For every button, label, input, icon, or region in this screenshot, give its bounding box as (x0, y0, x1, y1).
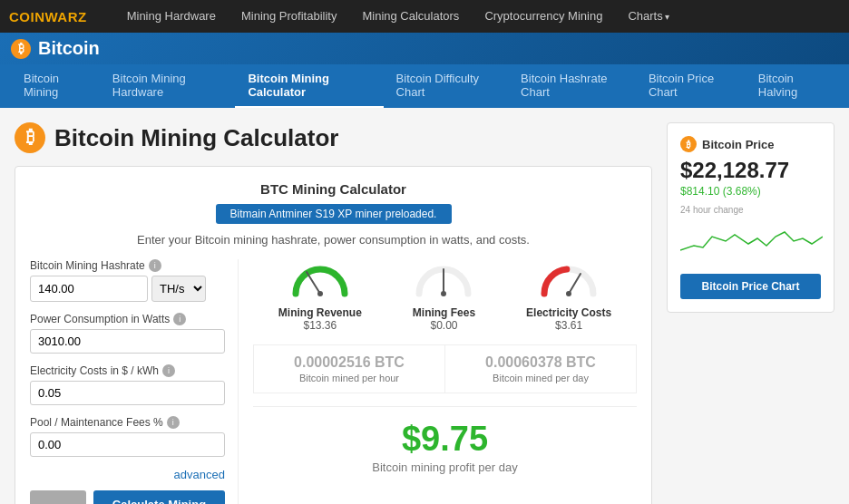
electricity-info-icon[interactable]: i (162, 364, 175, 377)
nav-mining-hardware[interactable]: Mining Hardware (114, 0, 229, 34)
btc-per-day-desc: Bitcoin mined per day (454, 373, 627, 383)
calculator-title: Bitcoin Mining Calculator (54, 124, 338, 152)
electricity-input[interactable] (30, 381, 225, 405)
subnav-bitcoin-mining[interactable]: Bitcoin Mining (11, 64, 100, 108)
fees-gauge-value: $0.00 (412, 319, 475, 332)
right-panel: ₿ Bitcoin Price $22,128.77 $814.10 (3.68… (667, 122, 834, 504)
fees-gauge-svg (412, 259, 475, 300)
electricity-gauge-value: $3.61 (526, 319, 611, 332)
reset-button[interactable]: Reset (30, 490, 86, 504)
electricity-costs-gauge: Electricity Costs $3.61 (526, 259, 611, 332)
revenue-gauge-value: $13.36 (278, 319, 362, 332)
nav-mining-profitability[interactable]: Mining Profitability (229, 0, 350, 34)
nav-charts[interactable]: Charts (615, 0, 682, 34)
subnav-bitcoin-price-chart[interactable]: Bitcoin Price Chart (636, 64, 746, 108)
hashrate-label: Bitcoin Mining Hashrate i (30, 259, 225, 272)
calc-box-title: BTC Mining Calculator (30, 181, 637, 197)
bitcoin-price-card: ₿ Bitcoin Price $22,128.77 $814.10 (3.68… (667, 122, 834, 313)
subnav-bitcoin-halving[interactable]: Bitcoin Halving (746, 64, 838, 108)
price-chart-label: 24 hour change (680, 205, 821, 215)
bitcoin-icon: ₿ (11, 39, 31, 59)
btc-per-hour-desc: Bitcoin mined per hour (263, 373, 435, 383)
hashrate-info-icon[interactable]: i (149, 259, 161, 272)
top-nav-links: Mining Hardware Mining Profitability Min… (114, 0, 683, 34)
price-chart-area: 24 hour change (680, 205, 821, 267)
top-nav: COINWARZ Mining Hardware Mining Profitab… (0, 0, 849, 33)
bitcoin-bar-title: Bitcoin (38, 38, 100, 59)
nav-cryptocurrency-mining[interactable]: Cryptocurrency Mining (472, 0, 615, 34)
logo-suffix: WARZ (45, 9, 87, 24)
electricity-label: Electricity Costs in $ / kWh i (30, 364, 225, 377)
mining-revenue-gauge: Mining Revenue $13.36 (278, 259, 362, 332)
power-input[interactable] (30, 329, 225, 354)
pool-input[interactable] (30, 432, 225, 457)
price-sparkline-chart (680, 218, 823, 264)
pool-group: Pool / Maintenance Fees % i (30, 416, 225, 457)
power-group: Power Consumption in Watts i (30, 313, 225, 354)
btc-per-day-amount: 0.00060378 BTC (454, 354, 627, 371)
logo-prefix: COIN (9, 9, 45, 24)
profit-description: Bitcoin mining profit per day (253, 460, 637, 474)
price-bitcoin-icon: ₿ (680, 136, 697, 152)
bitcoin-bar: ₿ Bitcoin (0, 33, 849, 64)
hashrate-unit-select[interactable]: TH/s GH/s MH/s (151, 276, 206, 302)
bitcoin-price-value: $22,128.77 (680, 158, 821, 183)
button-row: Reset Calculate Mining Profit (30, 490, 225, 504)
bitcoin-price-change: $814.10 (3.68%) (680, 185, 821, 198)
calc-inner: Bitcoin Mining Hashrate i TH/s GH/s MH/s (30, 259, 637, 504)
bitcoin-price-chart-button[interactable]: Bitcoin Price Chart (680, 274, 821, 299)
subnav-bitcoin-mining-hardware[interactable]: Bitcoin Mining Hardware (100, 64, 236, 108)
results-column: Mining Revenue $13.36 Mining Fees $0. (239, 259, 637, 504)
btc-per-hour-amount: 0.00002516 BTC (263, 354, 435, 371)
subnav-bitcoin-difficulty-chart[interactable]: Bitcoin Difficulty Chart (384, 64, 509, 108)
calculator-box: BTC Mining Calculator Bitmain Antminer S… (15, 166, 652, 504)
inputs-column: Bitcoin Mining Hashrate i TH/s GH/s MH/s (30, 259, 239, 504)
svg-line-5 (569, 274, 581, 294)
calc-bitcoin-icon: ₿ (15, 122, 45, 153)
pool-label: Pool / Maintenance Fees % i (30, 416, 225, 429)
nav-mining-calculators[interactable]: Mining Calculators (349, 0, 472, 34)
logo: COINWARZ (9, 9, 87, 24)
gauges-row: Mining Revenue $13.36 Mining Fees $0. (253, 259, 637, 332)
power-label: Power Consumption in Watts i (30, 313, 225, 325)
calculate-button[interactable]: Calculate Mining Profit (93, 490, 225, 504)
calc-description: Enter your Bitcoin mining hashrate, powe… (30, 233, 637, 247)
miner-badge: Bitmain Antminer S19 XP miner preloaded. (216, 204, 452, 224)
price-card-title: Bitcoin Price (702, 138, 774, 151)
btc-per-hour-cell: 0.00002516 BTC Bitcoin mined per hour (253, 344, 444, 393)
fees-gauge-label: Mining Fees (412, 306, 475, 319)
hashrate-input[interactable] (30, 276, 148, 302)
svg-line-1 (307, 272, 320, 294)
hashrate-group: Bitcoin Mining Hashrate i TH/s GH/s MH/s (30, 259, 225, 302)
electricity-group: Electricity Costs in $ / kWh i (30, 364, 225, 405)
subnav-bitcoin-hashrate-chart[interactable]: Bitcoin Hashrate Chart (508, 64, 636, 108)
pool-info-icon[interactable]: i (167, 416, 180, 429)
advanced-link[interactable]: advanced (30, 468, 225, 481)
revenue-gauge-label: Mining Revenue (278, 306, 362, 319)
btc-per-day-cell: 0.00060378 BTC Bitcoin mined per day (444, 344, 637, 393)
profit-area: $9.75 Bitcoin mining profit per day (253, 406, 637, 474)
btc-mined-rows: 0.00002516 BTC Bitcoin mined per hour 0.… (253, 344, 637, 393)
subnav-bitcoin-mining-calculator[interactable]: Bitcoin Mining Calculator (235, 64, 383, 108)
hashrate-input-row: TH/s GH/s MH/s (30, 276, 225, 302)
power-info-icon[interactable]: i (173, 313, 186, 325)
electricity-gauge-label: Electricity Costs (526, 306, 611, 319)
revenue-gauge-svg (288, 259, 352, 300)
sub-nav: Bitcoin Mining Bitcoin Mining Hardware B… (0, 64, 849, 108)
main-content: ₿ Bitcoin Mining Calculator BTC Mining C… (0, 108, 849, 504)
electricity-gauge-svg (537, 259, 600, 300)
calculator-header: ₿ Bitcoin Mining Calculator (15, 122, 652, 153)
profit-amount: $9.75 (253, 420, 637, 459)
left-panel: ₿ Bitcoin Mining Calculator BTC Mining C… (15, 122, 652, 504)
price-card-header: ₿ Bitcoin Price (680, 136, 821, 152)
mining-fees-gauge: Mining Fees $0.00 (412, 259, 475, 332)
